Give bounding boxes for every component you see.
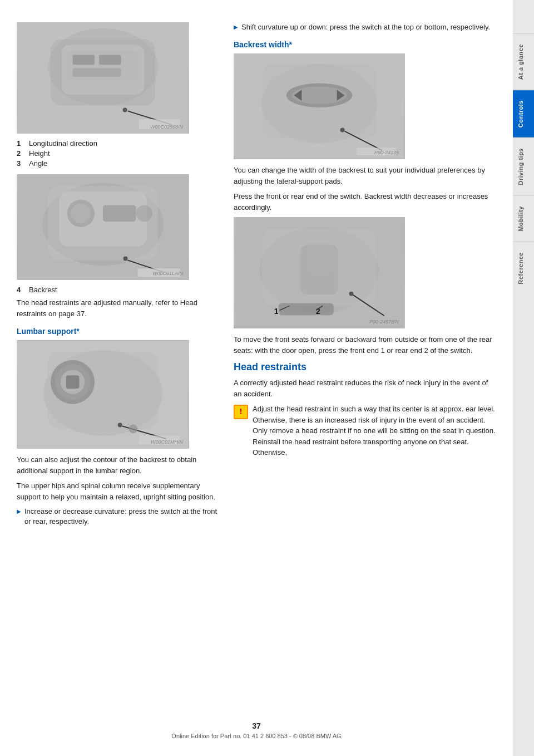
numbered-list-1-3: 1 Longitudinal direction 2 Height 3 Angl… (17, 139, 222, 168)
lumbar-text-1: You can also adjust the contour of the b… (17, 454, 222, 476)
backrest-width-heading: Backrest width* (234, 40, 496, 49)
warning-box: ! Adjust the head restraint in such a wa… (234, 404, 496, 458)
triangle-icon-1: ▶ (17, 508, 21, 527)
svg-rect-17 (103, 205, 136, 222)
label-1: Longitudinal direction (29, 139, 97, 148)
image-code-backrest: P90-24135 (374, 150, 399, 155)
list-item-1: 1 Longitudinal direction (17, 139, 222, 148)
svg-point-9 (123, 107, 127, 112)
head-restraints-note: The head restraints are adjusted manuall… (17, 297, 222, 319)
svg-point-16 (71, 203, 91, 223)
left-column: W00C02868/N 1 Longitudinal direction 2 H… (17, 22, 222, 723)
lumbar-bullet-1: ▶ Increase or decrease curvature: press … (17, 507, 222, 527)
svg-rect-5 (73, 55, 95, 65)
footer-text: Online Edition for Part no. 01 41 2 600 … (171, 733, 341, 739)
lumbar-text-2: The upper hips and spinal column receive… (17, 480, 222, 502)
svg-text:1: 1 (274, 307, 279, 316)
backrest-width-image: P90-24135 (234, 53, 405, 159)
backrest-text-1: You can change the width of the backrest… (234, 165, 496, 186)
label-2: Height (29, 149, 50, 158)
number-2: 2 (17, 149, 26, 158)
svg-rect-28 (66, 375, 80, 389)
number-4: 4 (17, 286, 26, 294)
right-column: ▶ Shift curvature up or down: press the … (234, 22, 496, 723)
image-code-seat-fwd: P90-24578/N (369, 319, 399, 325)
image-code-mid: W00C01LA/N (152, 271, 183, 276)
image-code-lumbar: W00C01MH/N (151, 439, 183, 445)
sidebar-tab-controls[interactable]: Controls (513, 90, 534, 138)
svg-point-30 (118, 423, 122, 427)
seat-top-image: W00C02868/N (17, 22, 189, 134)
svg-rect-46 (279, 303, 334, 316)
lumbar-bullet-text-1: Increase or decrease curvature: press th… (24, 507, 222, 527)
svg-point-18 (136, 205, 152, 222)
head-restraints-text-1: A correctly adjusted head restraint redu… (234, 377, 496, 399)
label-3: Angle (29, 159, 47, 168)
sidebar: At a glance Controls Driving tips Mobili… (513, 0, 534, 756)
seat-forward-image: 1 2 P90-24578/N (234, 217, 405, 328)
svg-rect-7 (73, 68, 121, 77)
svg-point-54 (349, 292, 353, 296)
head-restraints-heading: Head restraints (234, 361, 496, 373)
page-footer: 37 Online Edition for Part no. 01 41 2 6… (0, 721, 513, 739)
sidebar-tab-mobility[interactable]: Mobility (513, 195, 534, 242)
sidebar-tab-at-a-glance[interactable]: At a glance (513, 33, 534, 90)
list-item-3: 3 Angle (17, 159, 222, 168)
svg-point-31 (129, 424, 138, 433)
lumbar-bullet-text-2: Shift curvature up or down: press the sw… (241, 22, 490, 32)
seat-forward-text: To move the front seats forward or backw… (234, 334, 496, 356)
list-item-4: 4 Backrest (17, 286, 222, 294)
number-1: 1 (17, 139, 26, 148)
warning-icon: ! (234, 405, 248, 419)
seat-mid-image: W00C01LA/N (17, 174, 189, 280)
warning-text: Adjust the head restraint in such a way … (253, 404, 496, 458)
triangle-icon-2: ▶ (234, 23, 238, 32)
label-4: Backrest (29, 286, 57, 294)
backrest-text-2: Press the front or rear end of the switc… (234, 191, 496, 213)
number-3: 3 (17, 159, 26, 168)
sidebar-tab-reference[interactable]: Reference (513, 242, 534, 294)
lumbar-heading: Lumbar support* (17, 327, 222, 336)
svg-rect-52 (306, 243, 333, 273)
svg-point-41 (340, 128, 345, 132)
sidebar-tab-driving-tips[interactable]: Driving tips (513, 138, 534, 195)
svg-point-20 (123, 256, 128, 261)
page-number: 37 (252, 721, 261, 730)
lumbar-bullet-2: ▶ Shift curvature up or down: press the … (234, 22, 496, 32)
image-code-top: W00C02868/N (150, 124, 183, 130)
lumbar-image: W00C01MH/N (17, 340, 189, 449)
list-item-2: 2 Height (17, 149, 222, 158)
svg-rect-6 (99, 55, 121, 65)
